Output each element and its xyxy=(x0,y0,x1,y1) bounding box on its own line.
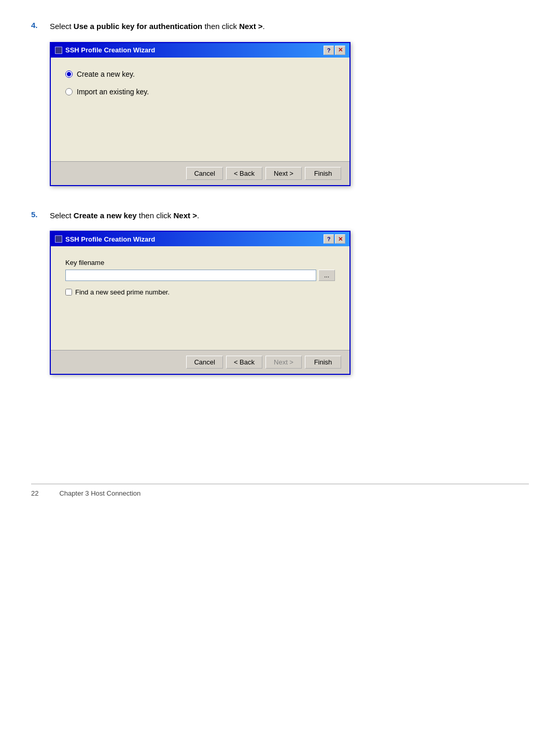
radio-create-new-key[interactable]: Create a new key. xyxy=(65,70,335,78)
dialog-4-titlebar-left: SSH Profile Creation Wizard xyxy=(55,46,155,54)
step-5-text-after: . xyxy=(197,211,199,220)
step-4-text: Select Use a public key for authenticati… xyxy=(50,21,529,33)
radio-import-existing-key[interactable]: Import an existing key. xyxy=(65,88,335,96)
dialog-5: SSH Profile Creation Wizard ? ✕ Key file… xyxy=(50,231,351,375)
step-4-text-after: . xyxy=(263,22,265,31)
dialog-4-cancel-button[interactable]: Cancel xyxy=(186,167,222,180)
step-5-text-middle: then click xyxy=(137,211,174,220)
dialog-4-titlebar-buttons: ? ✕ xyxy=(324,46,345,55)
radio-import-existing-key-input[interactable] xyxy=(65,88,73,95)
dialog-5-footer: Cancel < Back Next > Finish xyxy=(51,350,349,374)
page-footer: 22 Chapter 3 Host Connection xyxy=(31,484,529,497)
page-number: 22 xyxy=(31,489,38,497)
dialog-4-finish-button[interactable]: Finish xyxy=(305,167,341,180)
step-5-bold2: Next > xyxy=(173,211,197,220)
dialog-5-titlebar-left: SSH Profile Creation Wizard xyxy=(55,235,155,243)
dialog-4-close-button[interactable]: ✕ xyxy=(335,46,345,55)
dialog-4-body: Create a new key. Import an existing key… xyxy=(51,58,349,161)
dialog-4-title-text: SSH Profile Creation Wizard xyxy=(65,46,155,54)
dialog-4-help-button[interactable]: ? xyxy=(324,46,334,55)
step-4-bold1: Use a public key for authentication xyxy=(74,22,202,31)
dialog-5-cancel-button[interactable]: Cancel xyxy=(186,356,222,369)
step-5-text: Select Create a new key then click Next … xyxy=(50,210,529,222)
step-4-text-before: Select xyxy=(50,22,74,31)
step-4-text-middle: then click xyxy=(202,22,239,31)
step-4: 4. Select Use a public key for authentic… xyxy=(31,21,529,191)
dialog-5-finish-button[interactable]: Finish xyxy=(305,356,341,369)
step-5: 5. Select Create a new key then click Ne… xyxy=(31,210,529,381)
step-5-bold1: Create a new key xyxy=(74,211,137,220)
step-5-content: Select Create a new key then click Next … xyxy=(50,210,529,381)
browse-button[interactable]: ... xyxy=(318,270,335,281)
dialog-5-close-button[interactable]: ✕ xyxy=(335,234,345,244)
step-5-number: 5. xyxy=(31,210,50,219)
step-4-bold2: Next > xyxy=(239,22,262,31)
dialog-5-back-button[interactable]: < Back xyxy=(226,356,262,369)
step-5-text-before: Select xyxy=(50,211,74,220)
dialog-4-next-button[interactable]: Next > xyxy=(265,167,302,180)
dialog-5-next-button[interactable]: Next > xyxy=(265,356,302,369)
dialog-4-back-button[interactable]: < Back xyxy=(226,167,262,180)
chapter-title: Chapter 3 Host Connection xyxy=(59,489,141,497)
dialog-5-title-text: SSH Profile Creation Wizard xyxy=(65,235,155,243)
dialog-5-titlebar-buttons: ? ✕ xyxy=(324,234,345,244)
dialog-4-footer: Cancel < Back Next > Finish xyxy=(51,161,349,185)
seed-prime-checkbox-item[interactable]: Find a new seed prime number. xyxy=(65,288,335,296)
key-filename-input[interactable] xyxy=(65,270,316,281)
dialog-5-help-button[interactable]: ? xyxy=(324,234,334,244)
seed-prime-checkbox[interactable] xyxy=(65,289,72,296)
step-4-number: 4. xyxy=(31,21,50,30)
dialog-5-title-icon xyxy=(55,235,62,243)
dialog-5-body: Key filename ... Find a new seed prime n… xyxy=(51,246,349,350)
radio-import-existing-key-label: Import an existing key. xyxy=(77,88,149,96)
dialog-4-titlebar: SSH Profile Creation Wizard ? ✕ xyxy=(51,43,349,58)
seed-prime-label: Find a new seed prime number. xyxy=(75,288,170,296)
radio-create-new-key-label: Create a new key. xyxy=(77,70,135,78)
key-filename-label: Key filename xyxy=(65,259,335,266)
dialog-5-titlebar: SSH Profile Creation Wizard ? ✕ xyxy=(51,232,349,246)
dialog-4-radio-group: Create a new key. Import an existing key… xyxy=(65,70,335,96)
key-filename-row: ... xyxy=(65,270,335,281)
radio-create-new-key-input[interactable] xyxy=(65,71,73,78)
dialog-4: SSH Profile Creation Wizard ? ✕ Create a… xyxy=(50,42,351,186)
step-4-content: Select Use a public key for authenticati… xyxy=(50,21,529,191)
dialog-4-title-icon xyxy=(55,47,62,54)
